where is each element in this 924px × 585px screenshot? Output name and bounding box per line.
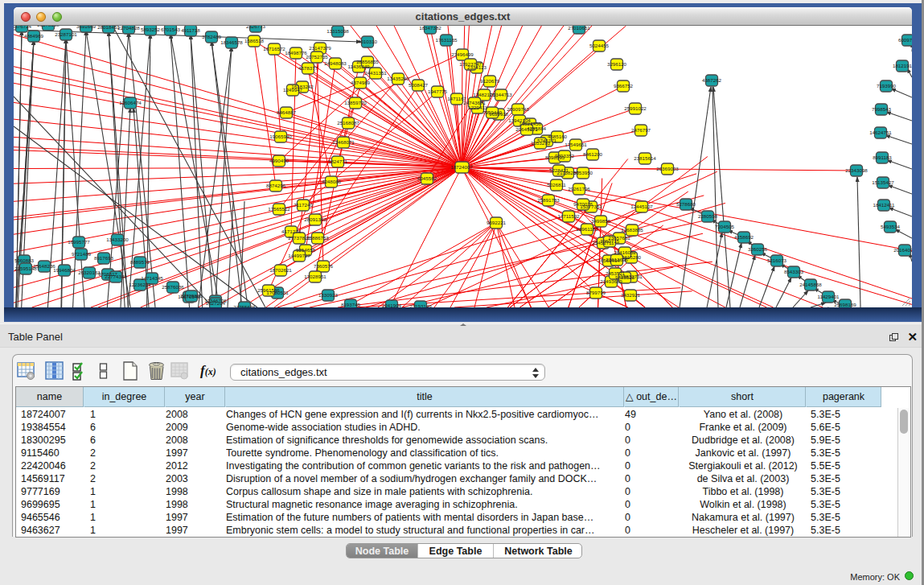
svg-text:24948083: 24948083 bbox=[324, 60, 347, 66]
svg-text:2280598: 2280598 bbox=[698, 213, 718, 219]
svg-text:25961586: 25961586 bbox=[257, 287, 280, 293]
svg-text:23287101: 23287101 bbox=[55, 31, 77, 37]
svg-text:25648236: 25648236 bbox=[33, 263, 55, 269]
svg-text:3296120: 3296120 bbox=[607, 61, 627, 67]
svg-text:8543303: 8543303 bbox=[784, 269, 804, 274]
svg-text:22343098: 22343098 bbox=[845, 167, 868, 173]
svg-text:8799799: 8799799 bbox=[586, 290, 606, 295]
svg-text:2476797: 2476797 bbox=[631, 127, 651, 133]
svg-text:24145868: 24145868 bbox=[799, 282, 822, 287]
svg-text:11429401: 11429401 bbox=[817, 294, 840, 299]
svg-text:2627204: 2627204 bbox=[206, 300, 226, 306]
svg-text:27496499: 27496499 bbox=[451, 51, 474, 57]
svg-text:9120679: 9120679 bbox=[480, 78, 500, 84]
svg-text:13433200: 13433200 bbox=[106, 237, 129, 242]
svg-text:6376724: 6376724 bbox=[14, 26, 32, 29]
svg-text:7117240: 7117240 bbox=[294, 202, 313, 208]
svg-text:8461200: 8461200 bbox=[583, 151, 603, 157]
svg-text:6009788: 6009788 bbox=[898, 37, 912, 43]
svg-text:1249947: 1249947 bbox=[283, 87, 303, 93]
svg-text:4158692: 4158692 bbox=[734, 234, 754, 240]
svg-text:3053950: 3053950 bbox=[573, 170, 593, 175]
svg-text:8889579: 8889579 bbox=[130, 259, 150, 265]
svg-text:4884969: 4884969 bbox=[24, 33, 44, 39]
svg-text:5060883: 5060883 bbox=[14, 257, 35, 263]
svg-text:7998543: 7998543 bbox=[872, 106, 892, 112]
svg-text:14714345: 14714345 bbox=[141, 275, 163, 281]
svg-text:9692221: 9692221 bbox=[487, 220, 507, 225]
svg-text:27010651: 27010651 bbox=[568, 26, 590, 31]
svg-text:5026811: 5026811 bbox=[547, 182, 566, 187]
svg-text:17549651: 17549651 bbox=[565, 142, 587, 147]
svg-text:8874296: 8874296 bbox=[266, 183, 286, 188]
svg-text:23815614: 23815614 bbox=[634, 155, 656, 161]
svg-text:13315098: 13315098 bbox=[326, 28, 349, 34]
svg-text:5008427: 5008427 bbox=[409, 82, 429, 88]
svg-text:17711592: 17711592 bbox=[557, 213, 580, 219]
svg-text:26416052: 26416052 bbox=[614, 249, 636, 255]
svg-text:5278680: 5278680 bbox=[676, 201, 696, 207]
svg-text:5024455: 5024455 bbox=[589, 43, 610, 48]
svg-text:18412411: 18412411 bbox=[873, 202, 895, 208]
svg-text:16995777: 16995777 bbox=[68, 239, 90, 245]
svg-text:3260256: 3260256 bbox=[748, 246, 768, 252]
svg-text:5893252: 5893252 bbox=[141, 27, 161, 32]
svg-text:5824771: 5824771 bbox=[328, 159, 348, 164]
svg-text:5228421: 5228421 bbox=[549, 167, 569, 173]
svg-text:9393352: 9393352 bbox=[555, 153, 575, 159]
svg-text:4678377: 4678377 bbox=[298, 65, 318, 71]
svg-text:17482175: 17482175 bbox=[473, 92, 495, 97]
svg-text:25168087: 25168087 bbox=[337, 120, 359, 126]
svg-text:9835523: 9835523 bbox=[615, 274, 635, 280]
svg-text:8464887: 8464887 bbox=[277, 109, 297, 115]
svg-text:14499727: 14499727 bbox=[288, 253, 310, 258]
svg-text:25891783: 25891783 bbox=[537, 197, 560, 203]
svg-text:18498776: 18498776 bbox=[285, 50, 307, 56]
svg-text:2241904: 2241904 bbox=[382, 303, 402, 307]
svg-text:4374989: 4374989 bbox=[351, 80, 371, 85]
svg-text:7959440: 7959440 bbox=[483, 109, 503, 115]
svg-text:23755646: 23755646 bbox=[233, 304, 256, 307]
svg-text:8193745: 8193745 bbox=[341, 302, 361, 307]
svg-text:23147379: 23147379 bbox=[309, 45, 331, 51]
svg-text:25698169: 25698169 bbox=[834, 302, 856, 307]
svg-text:7204505: 7204505 bbox=[715, 224, 735, 229]
svg-text:13859770: 13859770 bbox=[344, 100, 367, 105]
svg-text:1812191: 1812191 bbox=[893, 63, 912, 68]
svg-text:20909743: 20909743 bbox=[507, 106, 529, 112]
svg-text:16716572: 16716572 bbox=[263, 46, 285, 51]
svg-text:28018451: 28018451 bbox=[97, 26, 120, 30]
svg-text:14624751: 14624751 bbox=[869, 130, 892, 135]
svg-text:29261796: 29261796 bbox=[568, 186, 590, 192]
svg-text:28856855: 28856855 bbox=[356, 59, 379, 64]
svg-text:8917693: 8917693 bbox=[94, 255, 114, 261]
svg-text:4387262: 4387262 bbox=[702, 77, 722, 83]
svg-text:12445107: 12445107 bbox=[630, 204, 653, 209]
svg-text:12606474: 12606474 bbox=[119, 100, 142, 105]
svg-text:17565512: 17565512 bbox=[268, 206, 290, 212]
svg-text:25876036: 25876036 bbox=[162, 284, 184, 290]
svg-text:20752735: 20752735 bbox=[306, 54, 328, 60]
svg-text:9366752: 9366752 bbox=[614, 83, 634, 89]
svg-text:18346578: 18346578 bbox=[220, 39, 243, 45]
svg-text:3782489: 3782489 bbox=[202, 34, 222, 39]
svg-text:5216073: 5216073 bbox=[767, 257, 787, 263]
svg-text:18702621: 18702621 bbox=[269, 267, 292, 273]
svg-text:1947775: 1947775 bbox=[428, 89, 448, 94]
svg-text:22729806: 22729806 bbox=[180, 293, 203, 299]
svg-text:6045562: 6045562 bbox=[417, 175, 437, 181]
svg-text:21613696: 21613696 bbox=[606, 257, 628, 262]
svg-text:9470076: 9470076 bbox=[573, 201, 593, 207]
svg-text:3691669: 3691669 bbox=[76, 26, 97, 29]
svg-text:12236231: 12236231 bbox=[129, 282, 151, 287]
svg-text:24743671: 24743671 bbox=[463, 100, 486, 105]
svg-text:7193990: 7193990 bbox=[877, 83, 897, 89]
svg-text:13435240: 13435240 bbox=[387, 76, 409, 81]
svg-text:15135427: 15135427 bbox=[872, 179, 894, 185]
svg-text:8991183: 8991183 bbox=[873, 154, 892, 160]
svg-text:7360576: 7360576 bbox=[314, 263, 334, 269]
svg-text:19946804: 19946804 bbox=[53, 267, 76, 273]
svg-text:2326773: 2326773 bbox=[246, 26, 266, 29]
svg-text:25886753: 25886753 bbox=[306, 235, 329, 241]
svg-text:7060715: 7060715 bbox=[600, 238, 620, 244]
